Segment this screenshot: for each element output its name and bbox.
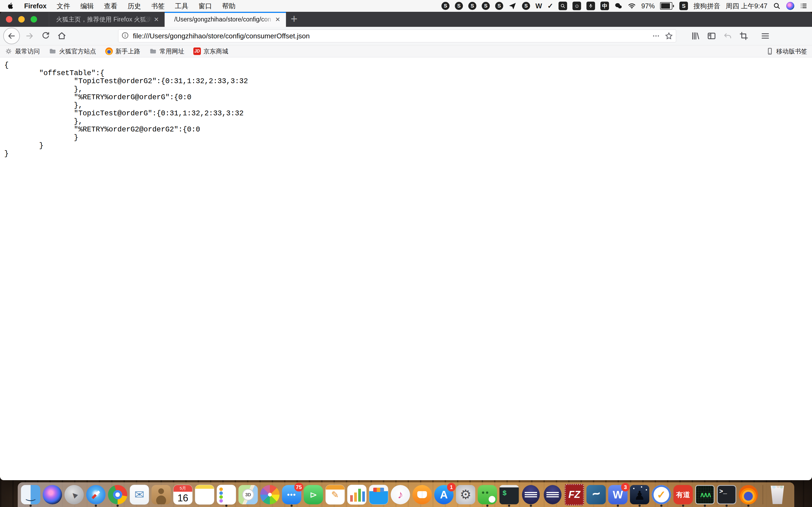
tab-0[interactable]: 火狐主页，推荐使用 Firefox 火狐浏览× (49, 12, 165, 27)
sogou-label[interactable]: 搜狗拼音 (693, 2, 720, 10)
wechat-menubar-icon[interactable] (614, 2, 622, 10)
dock-pages-icon[interactable]: ✎ (325, 485, 345, 504)
dock-facetime-icon[interactable]: ⊳ (304, 485, 323, 504)
dock-youdao-icon[interactable]: 有道 (673, 485, 693, 504)
menu-item-0[interactable]: 文件 (57, 2, 70, 10)
dock-calendar-icon[interactable]: 5月16 (173, 485, 193, 504)
zoom-window-button[interactable] (31, 16, 37, 22)
dock-keynote-icon[interactable] (369, 485, 388, 504)
bookmark-star-icon[interactable] (665, 32, 673, 40)
bookmark-item-0[interactable]: 最常访问 (5, 47, 40, 56)
close-window-button[interactable] (6, 16, 12, 22)
search-app-icon[interactable] (559, 2, 567, 10)
dock-activity-monitor-icon[interactable]: ∧∧∧ (695, 485, 715, 504)
tab-1[interactable]: /Users/gongzhihao/store/config/con× (165, 12, 286, 27)
s-app-3-icon[interactable]: S (468, 2, 476, 10)
dock-iterm-icon[interactable]: >_ (717, 485, 736, 504)
page-actions-icon[interactable] (652, 32, 660, 40)
s-app-2-icon[interactable]: S (455, 2, 463, 10)
crop-icon[interactable] (738, 30, 750, 42)
apple-menu-icon[interactable] (7, 2, 14, 9)
siri-menubar-icon[interactable] (786, 2, 794, 10)
notification-center-icon[interactable] (800, 2, 808, 10)
bookmark-item-1[interactable]: 火狐官方站点 (49, 47, 96, 56)
battery-icon[interactable] (660, 2, 674, 10)
home-button[interactable] (55, 30, 68, 42)
back-button[interactable] (3, 27, 20, 44)
spotlight-icon[interactable] (773, 2, 781, 10)
wikipedia-icon[interactable]: W (536, 2, 542, 10)
input-zh-icon[interactable]: 中 (600, 2, 609, 10)
dock-safari-icon[interactable] (86, 485, 106, 504)
dock-chrome-icon[interactable] (108, 485, 127, 504)
dock-maps-icon[interactable]: 3D (239, 485, 258, 504)
emoji-app-icon[interactable]: ☺ (572, 2, 581, 10)
dock-system-preferences-icon[interactable]: ⚙ (456, 485, 475, 504)
s-app-5-icon[interactable]: S (495, 2, 503, 10)
dock-ibooks-icon[interactable] (412, 485, 432, 504)
menu-app-name[interactable]: Firefox (24, 2, 46, 10)
sidebar-icon[interactable] (705, 30, 718, 42)
site-info-icon[interactable] (121, 32, 129, 41)
menu-item-7[interactable]: 帮助 (222, 2, 236, 10)
running-indicator (704, 505, 706, 507)
dock-mail-icon[interactable]: ✉ (130, 485, 149, 504)
battery-percent[interactable]: 97% (641, 2, 655, 10)
menu-item-1[interactable]: 编辑 (80, 2, 94, 10)
dock-notes-icon[interactable] (195, 485, 214, 504)
s-app-4-icon[interactable]: S (482, 2, 490, 10)
dock-launchpad-icon[interactable]: ▲ (64, 485, 84, 504)
dock-filezilla-icon[interactable]: FZ (565, 485, 584, 504)
hamburger-menu-icon[interactable] (759, 30, 772, 42)
dock-eclipse-2-icon[interactable] (543, 485, 562, 504)
s-app-1-icon[interactable]: S (442, 2, 450, 10)
menu-item-5[interactable]: 工具 (175, 2, 188, 10)
bookmark-item-2[interactable]: 新手上路 (105, 47, 140, 56)
bookmark-label: 常用网址 (159, 47, 184, 56)
dock-word-icon[interactable]: W3 (608, 485, 627, 504)
bookmark-item-4[interactable]: JD京东商城 (193, 47, 228, 56)
sogou-icon[interactable]: S (679, 2, 688, 10)
library-icon[interactable] (689, 30, 702, 42)
dock-reminders-icon[interactable] (217, 485, 236, 504)
dock-kindle-icon[interactable]: ♟ (630, 485, 649, 504)
bookmark-item-3[interactable]: 常用网址 (149, 47, 184, 56)
tab-close-icon[interactable]: × (273, 15, 282, 23)
paper-plane-icon[interactable] (509, 2, 517, 10)
dock-wechat-icon[interactable]: ●● (478, 485, 497, 504)
tab-close-icon[interactable]: × (152, 15, 160, 23)
url-bar[interactable]: file:///Users/gongzhihao/store/config/co… (118, 30, 676, 42)
menu-item-2[interactable]: 查看 (104, 2, 117, 10)
dock-messages-icon[interactable]: •••75 (282, 485, 301, 504)
menu-item-3[interactable]: 历史 (128, 2, 141, 10)
dock-photos-icon[interactable] (260, 485, 280, 504)
reload-button[interactable] (39, 30, 52, 42)
s-app-6-icon[interactable]: S (522, 2, 530, 10)
menubar-clock[interactable]: 周四 上午9:47 (725, 2, 767, 10)
dock-mysql-workbench-icon[interactable]: ~ (587, 485, 606, 504)
wifi-icon[interactable] (628, 2, 636, 10)
menu-item-4[interactable]: 书签 (151, 2, 165, 10)
dock-finder-icon[interactable]: ‿ (21, 485, 40, 504)
dock-itunes-icon[interactable]: ♪ (391, 485, 410, 504)
bookmark-item-mobile[interactable]: 移动版书签 (766, 47, 807, 56)
dock-contacts-icon[interactable] (151, 485, 171, 504)
dock-appstore-icon[interactable]: A1 (434, 485, 454, 504)
dock-terminal-icon[interactable]: $ (499, 485, 519, 504)
dock-firefox-icon[interactable] (739, 485, 758, 504)
new-tab-button[interactable]: + (286, 12, 302, 27)
dock-numbers-icon[interactable] (347, 485, 366, 504)
check-app-icon[interactable]: ✓ (548, 2, 553, 10)
bookmark-label: 京东商城 (204, 47, 228, 56)
dock-todo-icon[interactable]: ✓ (652, 485, 671, 504)
url-text[interactable]: file:///Users/gongzhihao/store/config/co… (133, 32, 647, 40)
dictation-icon[interactable] (587, 2, 595, 10)
dock-trash-icon[interactable] (768, 485, 787, 504)
minimize-window-button[interactable] (18, 16, 25, 22)
dock-siri-icon[interactable] (43, 485, 62, 504)
forward-button[interactable] (23, 30, 36, 42)
undo-icon[interactable] (721, 30, 734, 42)
menu-item-6[interactable]: 窗口 (198, 2, 212, 10)
firefox-window: 火狐主页，推荐使用 Firefox 火狐浏览×/Users/gongzhihao… (0, 12, 812, 480)
dock-eclipse-icon[interactable] (521, 485, 541, 504)
